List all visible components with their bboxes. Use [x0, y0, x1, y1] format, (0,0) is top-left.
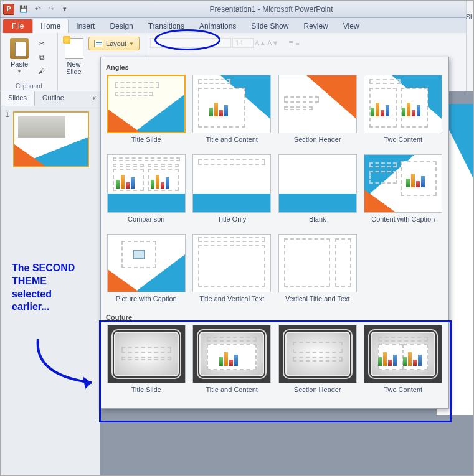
layout-caption: Title and Content [206, 383, 258, 402]
layout-title-vertical-text[interactable]: Title and Vertical Text [191, 234, 274, 311]
layout-title-and-content[interactable]: Title and Content [191, 75, 274, 152]
layout-content-with-caption[interactable]: Content with Caption [362, 154, 445, 231]
layout-vertical-title-text[interactable]: Vertical Title and Text [276, 234, 359, 311]
layout-button[interactable]: Layout ▼ [88, 37, 140, 50]
paste-button[interactable]: Paste ▼ [6, 35, 33, 77]
layout-couture-two-content[interactable]: Two Content [362, 325, 445, 402]
layout-caption: Section Header [294, 383, 341, 402]
layout-couture-section-header[interactable]: Section Header [276, 325, 359, 402]
new-slide-icon [65, 38, 83, 59]
slide-number: 1 [6, 111, 9, 167]
chevron-down-icon: ▼ [17, 69, 22, 73]
paste-icon [10, 38, 29, 59]
new-slide-button[interactable]: New Slide [63, 35, 85, 75]
layout-comparison[interactable]: Comparison [105, 154, 188, 231]
layout-label: Layout [106, 40, 126, 47]
tab-animations[interactable]: Animations [192, 19, 244, 33]
layout-caption: Blank [309, 213, 326, 231]
format-painter-icon[interactable]: 🖌 [36, 65, 48, 77]
window-title: Presentation1 - Microsoft PowerPoint [72, 5, 471, 14]
increase-font-icon[interactable]: A▲ [255, 39, 266, 47]
layout-picture-with-caption[interactable]: Picture with Caption [105, 234, 188, 311]
layout-caption: Two Content [384, 383, 422, 402]
annotation-text: The SECOND THEME selected earlier... [12, 262, 87, 314]
layout-caption: Title and Content [206, 133, 258, 152]
paste-label: Paste [11, 60, 28, 68]
slide-thumbnail-1[interactable] [13, 111, 89, 167]
group-label-clipboard: Clipboard [1, 83, 57, 90]
tab-view[interactable]: View [336, 19, 367, 33]
picture-icon [133, 250, 145, 259]
layout-caption: Two Content [384, 133, 422, 152]
ribbon-tabs: File Home Insert Design Transitions Anim… [1, 18, 473, 33]
font-family-select[interactable] [150, 38, 231, 48]
tab-transitions[interactable]: Transitions [141, 19, 192, 33]
qat-dropdown-icon[interactable]: ▾ [59, 3, 71, 16]
copy-icon[interactable]: ⧉ [36, 52, 48, 63]
title-bar: P 💾 ↶ ↷ ▾ Presentation1 - Microsoft Powe… [1, 1, 473, 18]
layout-section-header[interactable]: Section Header [276, 75, 359, 152]
layout-caption: Section Header [294, 133, 341, 152]
layout-title-slide[interactable]: Title Slide [105, 75, 188, 152]
save-icon[interactable]: 💾 [17, 3, 30, 16]
layout-caption: Title and Vertical Text [199, 292, 264, 311]
layout-caption: Title Slide [131, 383, 161, 402]
layout-couture-title-content[interactable]: Title and Content [191, 325, 274, 402]
layout-gallery: Angles Title Slide Title and Content [100, 57, 449, 409]
layout-two-content[interactable]: Two Content [362, 75, 445, 152]
close-pane-icon[interactable]: x [89, 91, 100, 106]
decrease-font-icon[interactable]: A▼ [267, 39, 278, 47]
shapes-cut-label: Sh [466, 13, 474, 21]
layout-caption: Title Only [217, 213, 246, 231]
tab-design[interactable]: Design [102, 19, 140, 33]
new-slide-label: New Slide [66, 60, 81, 75]
numbering-icon[interactable]: ≡ [295, 39, 299, 47]
tab-slideshow[interactable]: Slide Show [244, 19, 296, 33]
layout-caption: Title Slide [131, 133, 161, 152]
chevron-down-icon: ▼ [129, 41, 134, 47]
gallery-section-angles: Angles [105, 61, 445, 75]
bullets-icon[interactable]: ≣ [288, 39, 294, 47]
layout-caption: Vertical Title and Text [285, 292, 350, 311]
layout-title-only[interactable]: Title Only [191, 154, 274, 231]
powerpoint-icon: P [3, 4, 14, 15]
layout-icon [94, 40, 103, 47]
tab-review[interactable]: Review [296, 19, 335, 33]
layout-couture-title-slide[interactable]: Title Slide [105, 325, 188, 402]
tab-insert[interactable]: Insert [69, 19, 102, 33]
group-clipboard: Paste ▼ ✂ ⧉ 🖌 Clipboard [1, 33, 58, 91]
tab-file[interactable]: File [3, 19, 32, 33]
layout-caption: Content with Caption [371, 213, 435, 231]
tab-slides-pane[interactable]: Slides [1, 91, 35, 106]
tab-outline-pane[interactable]: Outline [35, 91, 72, 106]
redo-icon[interactable]: ↷ [45, 3, 57, 16]
gallery-section-couture: Couture [105, 311, 445, 325]
layout-blank[interactable]: Blank [276, 154, 359, 231]
cut-icon[interactable]: ✂ [36, 38, 48, 49]
font-size-select[interactable]: 14 [232, 38, 254, 48]
tab-home[interactable]: Home [32, 19, 69, 33]
layout-caption: Picture with Caption [116, 292, 177, 311]
undo-icon[interactable]: ↶ [31, 3, 44, 16]
layout-caption: Comparison [128, 213, 164, 231]
